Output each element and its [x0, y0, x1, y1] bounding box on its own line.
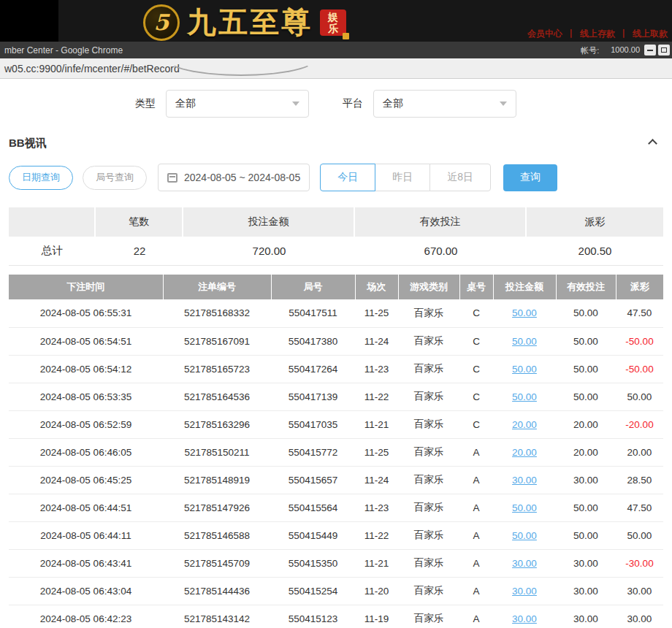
cell-session: 11-21	[355, 549, 398, 577]
type-select-value: 全部	[175, 97, 196, 110]
cell-table-no: A	[459, 605, 493, 628]
column-header: 局号	[271, 275, 355, 299]
cell-payout: -50.00	[616, 355, 663, 383]
platform-select-value: 全部	[383, 97, 403, 110]
last-8-days-button[interactable]: 近8日	[429, 164, 491, 191]
type-select[interactable]: 全部	[166, 90, 309, 118]
round-query-tab[interactable]: 局号查询	[83, 166, 147, 190]
cell-session: 11-19	[355, 605, 398, 628]
url-text: w05.cc:9900/infe/mcenter/#/betRecord	[4, 63, 180, 74]
cell-table-no: A	[459, 521, 493, 549]
cell-bet-time: 2024-08-05 06:43:04	[9, 577, 163, 605]
page-content: 类型 全部 平台 全部 BB视讯 日期查询 局号查询 2024-08-05 ~ …	[0, 90, 672, 628]
cell-game-type: 百家乐	[398, 327, 459, 355]
cell-session: 11-20	[355, 577, 398, 605]
cell-valid-bet: 50.00	[556, 521, 616, 549]
cell-payout: 47.50	[616, 299, 663, 327]
cell-order-id: 521785164536	[163, 383, 271, 410]
summary-header-blank	[9, 207, 96, 237]
address-bar[interactable]: w05.cc:9900/infe/mcenter/#/betRecord	[0, 58, 672, 79]
column-header: 投注金额	[493, 275, 556, 299]
header-corner-block	[0, 0, 58, 42]
cell-session: 11-24	[355, 466, 398, 494]
cell-valid-bet: 30.00	[556, 466, 616, 494]
titlebar-partial-text: 帐号: 1000.00	[581, 45, 640, 56]
cell-bet-amount[interactable]: 50.00	[493, 383, 556, 410]
cell-bet-time: 2024-08-05 06:53:35	[9, 383, 163, 410]
cell-valid-bet: 20.00	[556, 410, 616, 438]
table-row: 2024-08-05 06:43:04521785144436550415254…	[9, 577, 663, 605]
cell-game-type: 百家乐	[398, 466, 459, 494]
summary-total-label: 总计	[9, 237, 96, 266]
cell-game-type: 百家乐	[398, 549, 459, 577]
logo-brand-text: 九五至尊	[187, 2, 313, 42]
cell-table-no: A	[459, 494, 493, 521]
cell-bet-time: 2024-08-05 06:44:11	[9, 521, 163, 549]
search-button[interactable]: 查询	[503, 164, 557, 191]
cell-bet-amount[interactable]: 50.00	[493, 521, 556, 549]
table-row: 2024-08-05 06:52:59521785163296550417035…	[9, 410, 663, 438]
table-row: 2024-08-05 06:45:25521785148919550415657…	[9, 466, 663, 494]
cell-bet-amount[interactable]: 30.00	[493, 466, 556, 494]
chevron-down-icon	[292, 102, 299, 106]
cell-payout: 30.00	[616, 605, 663, 628]
summary-valid-bet-value: 670.00	[355, 237, 527, 266]
cell-order-id: 521785146588	[163, 521, 271, 549]
calendar-icon	[167, 173, 177, 183]
cell-round-id: 550415123	[271, 605, 355, 628]
cell-bet-amount[interactable]: 50.00	[493, 327, 556, 355]
link-deposit[interactable]: 线上存款	[580, 28, 615, 40]
logo-badge-bottom: 乐	[328, 23, 338, 34]
cell-round-id: 550417380	[271, 327, 355, 355]
cell-table-no: A	[459, 466, 493, 494]
collapse-chevron-up-icon[interactable]	[648, 139, 657, 148]
cell-table-no: C	[459, 410, 493, 438]
date-query-tab[interactable]: 日期查询	[9, 166, 73, 190]
cell-round-id: 550417264	[271, 355, 355, 383]
today-button[interactable]: 今日	[320, 164, 375, 191]
cell-bet-amount[interactable]: 30.00	[493, 605, 556, 628]
table-row: 2024-08-05 06:44:51521785147926550415564…	[9, 494, 663, 521]
cell-bet-amount[interactable]: 50.00	[493, 355, 556, 383]
cell-session: 11-25	[355, 299, 398, 327]
cell-payout: 50.00	[616, 383, 663, 410]
yesterday-button[interactable]: 昨日	[375, 164, 430, 191]
link-member-center[interactable]: 会员中心	[527, 28, 562, 40]
balance-fragment: 1000.00	[611, 45, 640, 56]
link-withdraw[interactable]: 线上取款	[633, 28, 668, 40]
query-toolbar: 日期查询 局号查询 2024-08-05 ~ 2024-08-05 今日 昨日 …	[9, 164, 663, 191]
cell-valid-bet: 30.00	[556, 549, 616, 577]
type-filter-label: 类型	[135, 97, 156, 110]
cell-bet-amount[interactable]: 30.00	[493, 549, 556, 577]
restore-button[interactable]	[658, 45, 670, 55]
cell-round-id: 550415564	[271, 494, 355, 521]
cell-session: 11-25	[355, 438, 398, 466]
cell-order-id: 521785167091	[163, 327, 271, 355]
platform-filter-label: 平台	[343, 97, 363, 110]
table-row: 2024-08-05 06:46:05521785150211550415772…	[9, 438, 663, 466]
chevron-down-icon	[500, 102, 507, 106]
summary-header-bet-amount: 投注金额	[183, 207, 355, 237]
cell-table-no: A	[459, 438, 493, 466]
cell-bet-amount[interactable]: 20.00	[493, 438, 556, 466]
cell-payout: -50.00	[616, 327, 663, 355]
cell-bet-amount[interactable]: 20.00	[493, 410, 556, 438]
cell-bet-amount[interactable]: 50.00	[493, 494, 556, 521]
cell-order-id: 521785168332	[163, 299, 271, 327]
column-header: 游戏类别	[398, 275, 459, 299]
cell-table-no: C	[459, 327, 493, 355]
minimize-button[interactable]	[644, 45, 656, 55]
platform-select[interactable]: 全部	[373, 90, 516, 118]
header-nav-links: 会员中心 丨 线上存款 丨 线上取款	[527, 28, 668, 40]
column-header: 桌号	[459, 275, 493, 299]
cell-round-id: 550415350	[271, 549, 355, 577]
column-header: 下注时间	[9, 275, 163, 299]
cell-table-no: C	[459, 383, 493, 410]
date-range-input[interactable]: 2024-08-05 ~ 2024-08-05	[158, 164, 310, 191]
cell-order-id: 521785145709	[163, 549, 271, 577]
cell-bet-amount[interactable]: 30.00	[493, 577, 556, 605]
cell-round-id: 550417035	[271, 410, 355, 438]
quick-date-group: 今日 昨日 近8日	[320, 164, 491, 191]
cell-session: 11-23	[355, 494, 398, 521]
cell-bet-amount[interactable]: 50.00	[493, 299, 556, 327]
